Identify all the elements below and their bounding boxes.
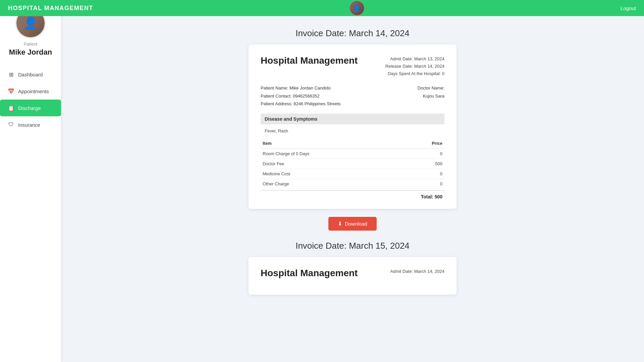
sidebar: 👤 Patient Mike Jordan ⊞ Dashboard 📅 Appo… — [0, 0, 61, 362]
sidebar-item-appointments[interactable]: 📅 Appointments — [0, 83, 61, 100]
col-price-header: Price — [403, 138, 444, 149]
col-item-header: Item — [261, 138, 403, 149]
sidebar-item-discharge-label: Discharge — [18, 105, 41, 111]
logout-button[interactable]: Logout — [621, 5, 636, 11]
invoice-1-header: Hospital Management Admit Date: March 13… — [261, 55, 444, 77]
patient-label: Patient — [24, 42, 37, 47]
invoice-1-release-date: Release Date: March 14, 2024 — [385, 63, 444, 70]
topbar-avatar: 👤 — [350, 1, 364, 15]
row-item: Doctor Fee — [261, 159, 403, 169]
invoice-1-admit-date: Admit Date: March 13, 2024 — [385, 55, 444, 63]
invoice-1-table: Item Price Room Charge of 0 Days0Doctor … — [261, 138, 444, 189]
invoice-1-download-button[interactable]: ⬇ Download — [328, 217, 377, 231]
appointments-icon: 📅 — [7, 87, 15, 95]
row-item: Other Charge — [261, 179, 403, 189]
invoice-1-card: Hospital Management Admit Date: March 13… — [249, 45, 457, 209]
row-price: 0 — [403, 179, 444, 189]
sidebar-item-dashboard-label: Dashboard — [18, 72, 43, 77]
invoice-1-download-label: Download — [345, 221, 367, 227]
topbar: HOSPITAL MANAGEMENT 👤 Logout — [0, 0, 644, 16]
row-price: 500 — [403, 159, 444, 169]
invoice-1-hospital: Hospital Management — [261, 55, 358, 66]
invoice-2-header: Hospital Management Admit Date: March 14… — [261, 268, 444, 279]
invoice-1-days-spent: Days Spent At the Hospital: 0 — [385, 70, 444, 77]
invoice-1-download-area: ⬇ Download — [74, 217, 631, 231]
invoice-1-dates: Admit Date: March 13, 2024 Release Date:… — [385, 55, 444, 77]
invoice-1-patient-right: Doctor Name: Kujou Sara — [418, 84, 444, 108]
invoice-1-patient-address: Patient Address: 8246 Philippines Street… — [261, 100, 341, 108]
invoice-1-doctor-label: Doctor Name: — [418, 84, 444, 92]
sidebar-item-discharge[interactable]: 📋 Discharge — [0, 100, 61, 116]
dashboard-icon: ⊞ — [7, 71, 15, 78]
sidebar-item-insurance[interactable]: 🛡 Insurance — [0, 116, 61, 133]
invoice-1-patient-info: Patient Name: Mike Jordan Candido Patien… — [261, 84, 444, 108]
table-row: Other Charge0 — [261, 179, 444, 189]
invoice-2-dates: Admit Date: March 14, 2024 — [390, 268, 444, 275]
sidebar-item-appointments-label: Appointments — [18, 88, 49, 94]
sidebar-item-insurance-label: Insurance — [18, 122, 40, 128]
invoice-1-section-header: Disease and Symptoms — [261, 114, 444, 124]
insurance-icon: 🛡 — [7, 121, 15, 128]
patient-name: Mike Jordan — [9, 48, 52, 57]
app-title: HOSPITAL MANAGEMENT — [8, 5, 93, 12]
invoice-2-admit-date: Admit Date: March 14, 2024 — [390, 268, 444, 275]
table-row: Room Charge of 0 Days0 — [261, 149, 444, 159]
sidebar-item-dashboard[interactable]: ⊞ Dashboard — [0, 66, 61, 83]
row-item: Medicine Cost — [261, 169, 403, 179]
invoice-1-total: Total: 500 — [261, 190, 444, 199]
invoice-1-patient-contact: Patient Contact: 09462566352 — [261, 92, 341, 100]
invoice-2-card: Hospital Management Admit Date: March 14… — [249, 257, 457, 295]
invoice-2-title: Invoice Date: March 15, 2024 — [74, 241, 631, 251]
invoice-1-doctor-value: Kujou Sara — [418, 92, 444, 100]
invoice-1-patient-name: Patient Name: Mike Jordan Candido — [261, 84, 341, 92]
discharge-icon: 📋 — [7, 104, 15, 112]
row-price: 0 — [403, 149, 444, 159]
main-content: Invoice Date: March 14, 2024 Hospital Ma… — [61, 0, 644, 362]
table-row: Doctor Fee500 — [261, 159, 444, 169]
nav-menu: ⊞ Dashboard 📅 Appointments 📋 Discharge 🛡… — [0, 66, 61, 133]
row-price: 0 — [403, 169, 444, 179]
row-item: Room Charge of 0 Days — [261, 149, 403, 159]
invoice-1-title: Invoice Date: March 14, 2024 — [74, 28, 631, 39]
download-icon: ⬇ — [338, 221, 342, 227]
invoice-1-patient-left: Patient Name: Mike Jordan Candido Patien… — [261, 84, 341, 108]
invoice-1-symptoms: Fever, Rash — [261, 126, 444, 138]
table-row: Medicine Cost0 — [261, 169, 444, 179]
invoice-2-hospital: Hospital Management — [261, 268, 358, 279]
